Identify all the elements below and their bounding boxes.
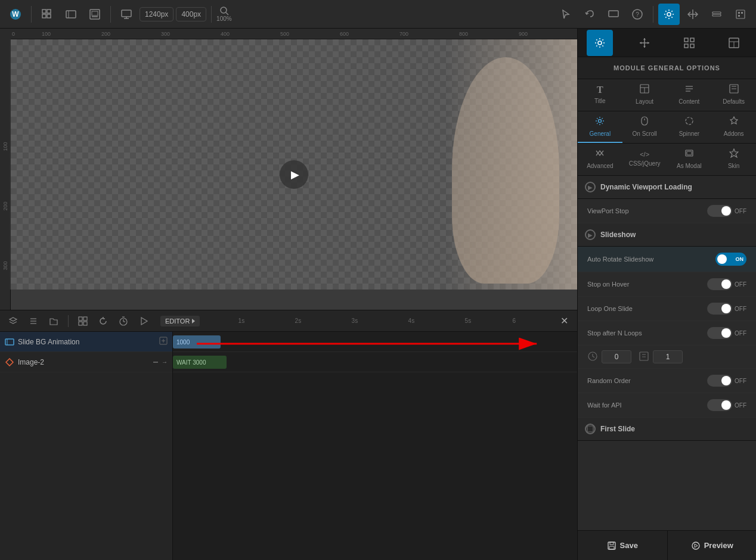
track-image2: WAIT 3000 — [173, 352, 577, 372]
svg-rect-48 — [83, 317, 87, 321]
panel-nav-row3: Advanced </> CSS/jQuery As Modal Skin — [578, 144, 756, 176]
editor-badge-wrap: EDITOR — [160, 316, 200, 326]
responsive-icon[interactable] — [603, 4, 624, 25]
section-dynamic-viewport[interactable]: ▶ Dynamic Viewport Loading — [578, 176, 756, 199]
track-block-wait[interactable]: WAIT 3000 — [173, 356, 227, 369]
stop-after-n-loops-knob — [721, 328, 731, 338]
track-block-slide-bg[interactable]: 1000 — [173, 335, 221, 349]
width-display[interactable]: 1240px — [140, 7, 173, 21]
section-slideshow[interactable]: ▶ Slideshow — [578, 223, 756, 247]
loops-icon-1 — [587, 351, 598, 363]
move-icon[interactable] — [682, 4, 704, 25]
advanced-nav-icon — [595, 148, 605, 160]
svg-text:200: 200 — [101, 31, 110, 37]
play-icon: ▶ — [291, 168, 299, 181]
svg-marker-66 — [643, 38, 646, 40]
loop-one-slide-toggle[interactable] — [707, 303, 732, 315]
panel-template-icon[interactable] — [721, 30, 747, 56]
tl-play-icon[interactable] — [135, 313, 152, 329]
svg-text:300: 300 — [161, 31, 170, 37]
svg-rect-71 — [690, 38, 694, 42]
template-icon[interactable] — [730, 4, 751, 25]
title-nav-icon: T — [597, 85, 603, 95]
svg-marker-92 — [730, 149, 738, 157]
stop-after-n-loops-toggle[interactable] — [707, 327, 732, 339]
wp-logo-icon[interactable]: W — [5, 4, 26, 25]
nav-spinner[interactable]: Spinner — [667, 111, 712, 143]
height-display[interactable]: 400px — [176, 7, 206, 21]
timeline-close-button[interactable]: ✕ — [556, 313, 572, 329]
svg-rect-49 — [79, 322, 82, 325]
slide-bg-import-icon[interactable] — [159, 337, 168, 347]
svg-rect-4 — [42, 14, 46, 18]
tl-timer-icon[interactable] — [115, 313, 132, 329]
desktop-icon[interactable] — [116, 4, 137, 25]
svg-rect-97 — [587, 426, 593, 432]
random-order-toggle-wrap: OFF — [707, 375, 746, 387]
nav-title[interactable]: T Title — [578, 79, 622, 111]
wait-for-api-toggle[interactable] — [707, 399, 732, 411]
section-first-slide[interactable]: First Slide — [578, 418, 756, 441]
stop-on-hover-toggle[interactable] — [707, 278, 732, 290]
panel-move-icon[interactable] — [631, 30, 658, 56]
cursor-icon[interactable] — [555, 4, 577, 25]
tl-grid-icon[interactable] — [75, 313, 91, 329]
panel-nav-row2: General On Scroll Spinner Addons — [578, 111, 756, 144]
layer-icon[interactable] — [706, 4, 727, 25]
nav-defaults[interactable]: Defaults — [711, 79, 756, 111]
nav-layout[interactable]: Layout — [622, 79, 667, 111]
tl-list-icon[interactable] — [25, 313, 42, 329]
nav-on-scroll[interactable]: On Scroll — [622, 111, 667, 143]
section-first-slide-title: First Slide — [600, 425, 635, 433]
grid-icon[interactable] — [36, 4, 58, 25]
tl-layers-icon[interactable] — [5, 313, 21, 329]
stop-on-hover-toggle-wrap: OFF — [707, 278, 746, 290]
viewport-stop-toggle[interactable] — [707, 205, 732, 217]
general-nav-icon — [595, 116, 605, 128]
svg-text:300: 300 — [2, 261, 8, 270]
save-button[interactable]: Save — [578, 531, 668, 560]
panel-grid-icon[interactable] — [676, 30, 702, 56]
css-jquery-nav-icon: </> — [640, 151, 649, 158]
svg-point-86 — [599, 120, 602, 123]
panel-settings-icon[interactable] — [587, 30, 613, 56]
viewport-stop-knob — [721, 206, 731, 216]
nav-advanced[interactable]: Advanced — [578, 144, 622, 175]
tl-refresh-icon[interactable] — [95, 313, 111, 329]
auto-rotate-toggle[interactable]: ON — [715, 253, 746, 266]
editor-badge[interactable]: EDITOR — [160, 316, 200, 326]
nav-addons[interactable]: Addons — [711, 111, 756, 143]
svg-point-101 — [692, 542, 699, 549]
wait-for-api-knob — [721, 400, 731, 410]
svg-rect-94 — [640, 352, 648, 360]
width-value: 1240px — [145, 10, 168, 18]
random-order-toggle[interactable] — [707, 375, 732, 387]
n-loops-input[interactable] — [653, 350, 683, 363]
preview-label: Preview — [704, 541, 733, 550]
nav-content[interactable]: Content — [667, 79, 712, 111]
nav-general[interactable]: General — [578, 111, 622, 143]
svg-rect-21 — [712, 14, 721, 16]
main-area: 0 100 200 300 400 500 600 700 800 900 — [0, 29, 756, 560]
panel-content: ▶ Dynamic Viewport Loading ViewPort Stop… — [578, 176, 756, 560]
undo-icon[interactable] — [579, 4, 600, 25]
loops-count-input[interactable] — [602, 350, 631, 363]
preview-button[interactable]: Preview — [668, 531, 757, 560]
svg-rect-87 — [642, 117, 647, 125]
nav-skin[interactable]: Skin — [711, 144, 756, 175]
svg-rect-23 — [738, 12, 740, 14]
help-icon[interactable]: ? — [627, 4, 648, 25]
zoom-control[interactable]: 100% — [216, 6, 232, 22]
nav-as-modal[interactable]: As Modal — [667, 144, 712, 175]
media-icon[interactable] — [84, 4, 106, 25]
random-order-value: OFF — [735, 378, 746, 384]
nav-css-jquery[interactable]: </> CSS/jQuery — [622, 144, 667, 175]
nav-spinner-label: Spinner — [679, 130, 699, 137]
settings-icon[interactable] — [658, 4, 680, 25]
slides-icon[interactable] — [60, 4, 82, 25]
svg-marker-61 — [6, 359, 13, 366]
loop-one-slide-value: OFF — [735, 306, 746, 312]
canvas-play-button[interactable]: ▶ — [280, 160, 308, 189]
tl-folder-icon[interactable] — [45, 313, 62, 329]
right-panel: MODULE GENERAL OPTIONS T Title Layout Co… — [577, 29, 756, 560]
